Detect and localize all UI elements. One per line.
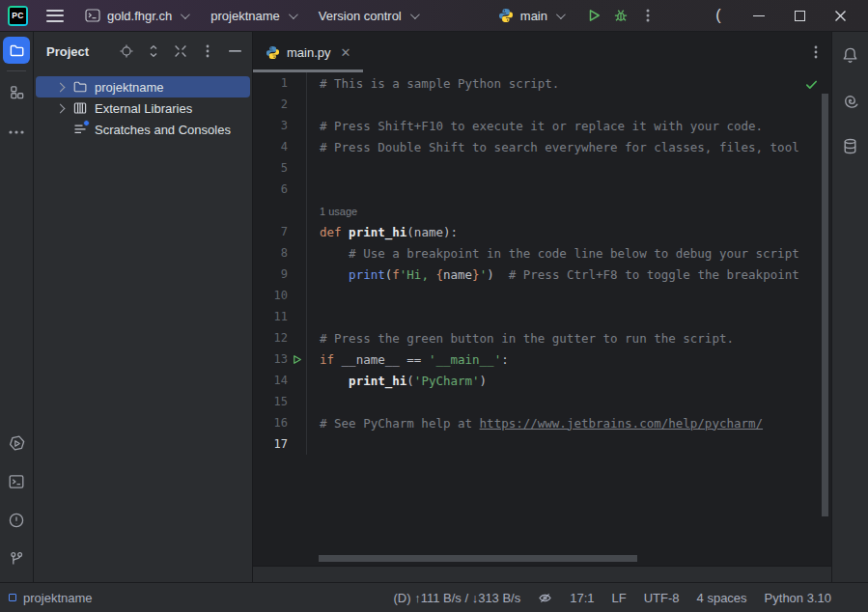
gutter: 3 [253,115,307,136]
code-text: # This is a sample Python script. [307,76,559,91]
ai-assistant-tool-button[interactable] [836,87,863,114]
horizontal-scrollbar-thumb[interactable] [319,555,637,562]
vertical-scrollbar-thumb[interactable] [822,94,828,516]
title-bar: PC gold.fhgr.ch projektname Version cont… [0,0,868,32]
main-menu-button[interactable] [46,10,64,22]
problems-tool-button[interactable] [3,507,30,534]
code-text: if __name__ == '__main__': [307,352,509,367]
more-actions-kebab-icon[interactable] [634,4,661,27]
debug-button[interactable] [607,4,634,27]
code-line[interactable]: 2 [253,94,831,115]
maximize-button[interactable] [785,3,814,28]
status-bar-right: (D) ↑111 B/s / ↓313 B/s 17:1 LF UTF-8 4 … [393,591,831,605]
terminal-tool-button[interactable] [3,468,30,495]
project-panel-title: Project [46,44,89,59]
vcs-widget[interactable]: Version control [319,9,417,23]
code-text: # See PyCharm help at https://www.jetbra… [307,416,763,431]
code-editor[interactable]: 1# This is a sample Python script.23# Pr… [253,72,831,566]
minimize-button[interactable] [744,3,773,28]
run-button[interactable] [580,4,607,27]
project-selector[interactable]: projektname [210,9,295,23]
structure-tool-button[interactable] [3,78,30,105]
gutter: 12 [253,327,307,348]
locate-target-icon[interactable] [117,42,136,61]
line-separator-widget[interactable]: LF [612,591,627,605]
line-number: 5 [253,161,288,175]
more-tool-windows-button[interactable] [3,119,30,146]
expand-all-icon[interactable] [144,42,163,61]
editor-tab-bar: main.py ✕ [253,32,831,72]
code-line[interactable]: 7def print_hi(name): [253,221,831,242]
code-line[interactable]: 13if __name__ == '__main__': [253,348,831,370]
tab-main-py[interactable]: main.py ✕ [253,32,363,72]
indent-widget[interactable]: 4 spaces [697,591,747,605]
strip-separator [7,70,26,71]
line-number: 3 [253,119,288,132]
interpreter-widget[interactable]: Python 3.10 [765,591,831,605]
panel-options-kebab-icon[interactable] [198,42,217,61]
tree-item-scratches[interactable]: Scratches and Consoles [36,119,250,140]
project-tool-button[interactable] [3,37,30,64]
tab-close-icon[interactable]: ✕ [341,45,351,60]
tab-bar-options-kebab-icon[interactable] [814,45,831,59]
ssh-target-label: gold.fhgr.ch [107,9,172,23]
inspections-ok-check-icon[interactable] [804,77,819,92]
code-line[interactable]: 17 [253,433,831,455]
chevron-down-icon [556,10,566,19]
collapse-all-icon[interactable] [171,42,190,61]
gutter: 6 [253,179,307,200]
line-number: 7 [253,225,288,238]
inlay-hint-row[interactable]: 1 usage [253,200,831,221]
code-line[interactable]: 15 [253,391,831,412]
ssh-target-selector[interactable]: gold.fhgr.ch [85,9,187,23]
line-number: 1 [253,76,288,90]
code-line[interactable]: 5 [253,157,831,179]
code-line[interactable]: 9 print(f'Hi, {name}') # Press Ctrl+F8 t… [253,264,831,285]
code-text: # Use a breakpoint in the code line belo… [307,246,799,261]
code-lines: 1# This is a sample Python script.23# Pr… [253,72,831,455]
chevron-right-icon[interactable] [56,103,66,113]
highlighting-level-eye-off-icon[interactable] [538,591,552,605]
tree-item-label: Scratches and Consoles [95,123,231,137]
code-line[interactable]: 1# This is a sample Python script. [253,72,831,94]
crescent-icon[interactable]: ( [704,3,733,28]
tree-item-external-libraries[interactable]: External Libraries [36,97,250,119]
encoding-widget[interactable]: UTF-8 [644,591,680,605]
code-line[interactable]: 14 print_hi('PyCharm') [253,370,831,391]
chevron-right-icon[interactable] [56,82,66,92]
code-line[interactable]: 6 [253,179,831,200]
code-line[interactable]: 3# Press Shift+F10 to execute it or repl… [253,115,831,136]
database-icon [841,137,859,155]
terminal-icon [8,473,25,490]
right-tool-strip [831,32,867,582]
code-line[interactable]: 16# See PyCharm help at https://www.jetb… [253,412,831,433]
line-number: 15 [253,395,288,408]
status-project-label: projektname [23,591,93,605]
line-number: 11 [253,310,288,323]
tree-item-projektname[interactable]: projektname [36,76,250,97]
caret-position-widget[interactable]: 17:1 [570,591,594,605]
gutter-run-icon[interactable] [288,354,306,365]
services-hexagon-play-icon [8,434,26,453]
hide-panel-icon[interactable] [225,42,244,61]
notifications-tool-button[interactable] [836,42,863,69]
close-button[interactable] [826,3,854,28]
tree-item-label: projektname [95,80,164,95]
code-line[interactable]: 8 # Use a breakpoint in the code line be… [253,242,831,264]
services-tool-button[interactable] [3,430,30,457]
gutter: 14 [253,370,307,391]
database-tool-button[interactable] [836,132,863,159]
run-configuration-selector[interactable]: main [498,8,563,23]
line-number: 9 [253,267,288,281]
code-line[interactable]: 11 [253,306,831,327]
status-project-widget[interactable]: projektname [9,591,93,605]
gutter: 13 [253,348,307,370]
gutter: 17 [253,433,307,455]
vcs-widget-label: Version control [319,9,402,23]
version-control-tool-button[interactable] [3,545,30,572]
network-traffic-widget[interactable]: (D) ↑111 B/s / ↓313 B/s [393,591,520,605]
code-line[interactable]: 12# Press the green button in the gutter… [253,327,831,348]
code-line[interactable]: 10 [253,285,831,306]
code-line[interactable]: 4# Press Double Shift to search everywhe… [253,136,831,157]
code-text: # Press Shift+F10 to execute it or repla… [307,119,763,133]
